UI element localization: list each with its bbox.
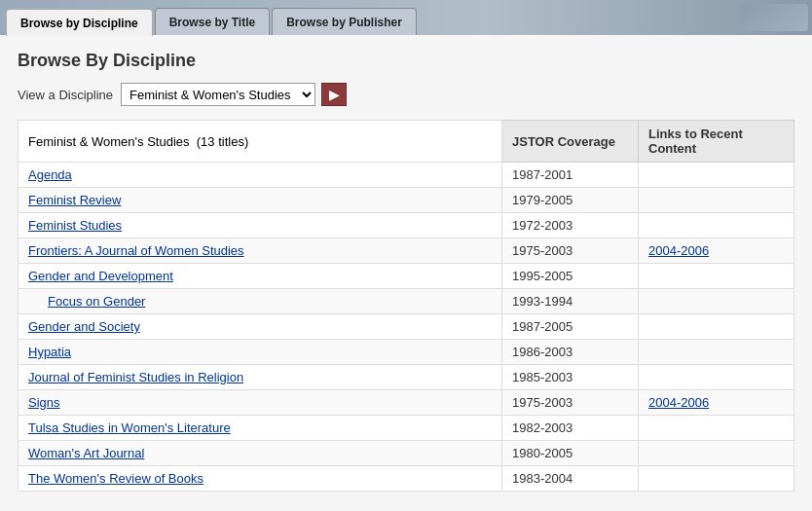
recent-content-link[interactable]: 2004-2006 bbox=[648, 243, 709, 258]
journal-recent-cell bbox=[639, 314, 794, 340]
journal-recent-cell: 2004-2006 bbox=[639, 238, 794, 264]
journal-title-link[interactable]: Tulsa Studies in Women's Literature bbox=[28, 420, 231, 435]
journal-recent-cell bbox=[639, 163, 794, 188]
journal-recent-cell bbox=[639, 365, 794, 390]
journal-coverage-cell: 1987-2005 bbox=[502, 314, 639, 340]
table-row: Hypatia1986-2003 bbox=[18, 340, 794, 365]
journal-title-link[interactable]: Feminist Studies bbox=[28, 218, 122, 233]
journal-title-cell: Frontiers: A Journal of Women Studies bbox=[18, 238, 502, 264]
journal-coverage-cell: 1975-2003 bbox=[502, 390, 639, 416]
journal-recent-cell bbox=[639, 340, 794, 365]
journal-coverage-cell: 1980-2005 bbox=[502, 441, 639, 466]
tab-title[interactable]: Browse by Title bbox=[155, 8, 270, 35]
table-row: Gender and Development1995-2005 bbox=[18, 264, 794, 289]
journal-coverage-cell: 1983-2004 bbox=[502, 466, 639, 492]
journal-coverage-cell: 1975-2003 bbox=[502, 238, 639, 264]
go-button[interactable]: ▶ bbox=[321, 83, 347, 106]
journal-coverage-cell: 1982-2003 bbox=[502, 416, 639, 441]
table-row: Feminist Review1979-2005 bbox=[18, 188, 794, 213]
journal-title-cell: The Women's Review of Books bbox=[18, 466, 502, 492]
col-coverage-header: JSTOR Coverage bbox=[502, 121, 639, 163]
journal-title-cell: Gender and Society bbox=[18, 314, 502, 340]
table-row: Feminist Studies1972-2003 bbox=[18, 213, 794, 238]
journal-title-link[interactable]: Hypatia bbox=[28, 345, 71, 359]
table-row: Tulsa Studies in Women's Literature1982-… bbox=[18, 416, 794, 441]
journal-coverage-cell: 1995-2005 bbox=[502, 264, 639, 289]
journal-title-link[interactable]: Feminist Review bbox=[28, 193, 121, 207]
journal-title-cell: Agenda bbox=[18, 163, 502, 188]
journal-recent-cell bbox=[639, 213, 794, 238]
discipline-select[interactable]: Feminist & Women's Studies History Liter… bbox=[121, 83, 315, 106]
journal-title-cell: Gender and Development bbox=[18, 264, 502, 289]
tab-bar: Browse by Discipline Browse by Title Bro… bbox=[0, 0, 812, 35]
col-recent-header: Links to Recent Content bbox=[639, 121, 794, 163]
tab-publisher[interactable]: Browse by Publisher bbox=[272, 8, 417, 35]
table-row: Agenda1987-2001 bbox=[18, 163, 794, 188]
journal-title-cell: Signs bbox=[18, 390, 502, 416]
view-discipline-label: View a Discipline bbox=[18, 88, 113, 102]
journal-coverage-cell: 1993-1994 bbox=[502, 289, 639, 314]
journal-title-cell: Feminist Review bbox=[18, 188, 502, 213]
journal-coverage-cell: 1986-2003 bbox=[502, 340, 639, 365]
table-row: Woman's Art Journal1980-2005 bbox=[18, 441, 794, 466]
tab-discipline[interactable]: Browse by Discipline bbox=[6, 9, 153, 36]
journal-recent-cell bbox=[639, 441, 794, 466]
journal-coverage-cell: 1972-2003 bbox=[502, 213, 639, 238]
recent-content-link[interactable]: 2004-2006 bbox=[648, 395, 709, 410]
journal-recent-cell bbox=[639, 289, 794, 314]
page-title: Browse By Discipline bbox=[18, 51, 794, 71]
journal-coverage-cell: 1985-2003 bbox=[502, 365, 639, 390]
discipline-selector-row: View a Discipline Feminist & Women's Stu… bbox=[18, 83, 794, 106]
table-row: The Women's Review of Books1983-2004 bbox=[18, 466, 794, 492]
journal-title-link[interactable]: Agenda bbox=[28, 167, 72, 182]
table-discipline-header: Feminist & Women's Studies (13 titles) bbox=[18, 121, 502, 163]
journal-title-cell: Woman's Art Journal bbox=[18, 441, 502, 466]
journal-title-cell: Journal of Feminist Studies in Religion bbox=[18, 365, 502, 390]
journal-coverage-cell: 1979-2005 bbox=[502, 188, 639, 213]
journals-table: Feminist & Women's Studies (13 titles) J… bbox=[18, 120, 794, 492]
journal-title-link[interactable]: Focus on Gender bbox=[48, 294, 145, 309]
logo bbox=[740, 4, 808, 31]
journal-title-cell: Feminist Studies bbox=[18, 213, 502, 238]
journal-recent-cell bbox=[639, 416, 794, 441]
journal-title-cell: Hypatia bbox=[18, 340, 502, 365]
journal-title-cell: Tulsa Studies in Women's Literature bbox=[18, 416, 502, 441]
journal-recent-cell: 2004-2006 bbox=[639, 390, 794, 416]
table-row: Signs1975-20032004-2006 bbox=[18, 390, 794, 416]
journal-title-link[interactable]: Gender and Development bbox=[28, 269, 173, 283]
journal-title-link[interactable]: Gender and Society bbox=[28, 319, 140, 334]
table-row: Focus on Gender1993-1994 bbox=[18, 289, 794, 314]
journal-coverage-cell: 1987-2001 bbox=[502, 163, 639, 188]
table-row: Gender and Society1987-2005 bbox=[18, 314, 794, 340]
journal-title-cell: Focus on Gender bbox=[18, 289, 502, 314]
journal-title-link[interactable]: Frontiers: A Journal of Women Studies bbox=[28, 243, 244, 258]
journal-recent-cell bbox=[639, 264, 794, 289]
journal-recent-cell bbox=[639, 466, 794, 492]
table-row: Journal of Feminist Studies in Religion1… bbox=[18, 365, 794, 390]
journal-title-link[interactable]: Signs bbox=[28, 395, 60, 410]
journal-title-link[interactable]: Woman's Art Journal bbox=[28, 446, 144, 460]
journal-title-link[interactable]: Journal of Feminist Studies in Religion bbox=[28, 370, 243, 384]
main-content: Browse By Discipline View a Discipline F… bbox=[0, 35, 812, 511]
journal-title-link[interactable]: The Women's Review of Books bbox=[28, 471, 203, 486]
table-row: Frontiers: A Journal of Women Studies197… bbox=[18, 238, 794, 264]
journal-recent-cell bbox=[639, 188, 794, 213]
